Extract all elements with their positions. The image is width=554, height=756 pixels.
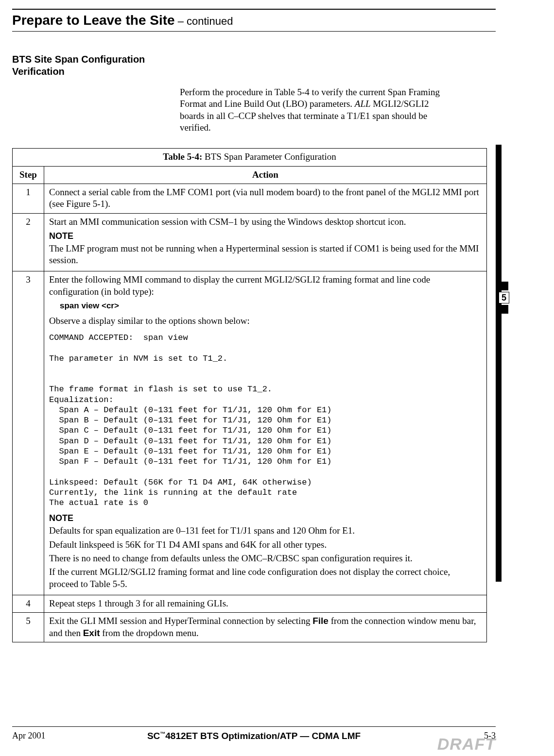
table-row: 3 Enter the following MMI command to dis… [13, 271, 487, 595]
col-header-step: Step [13, 166, 44, 184]
step-number: 3 [13, 271, 44, 595]
table-row: 2 Start an MMI communication session wit… [13, 213, 487, 271]
intro-paragraph: Perform the procedure in Table 5-4 to ve… [180, 86, 452, 134]
page-title: Prepare to Leave the Site – continued [12, 13, 496, 28]
step-action: Connect a serial cable from the LMF COM1… [44, 184, 487, 213]
menu-file-label: File [312, 616, 329, 626]
step-number: 5 [13, 613, 44, 642]
step-number: 1 [13, 184, 44, 213]
side-bar [496, 145, 502, 582]
procedure-table: Table 5-4: BTS Span Parameter Configurat… [12, 148, 487, 642]
step-number: 2 [13, 213, 44, 271]
note-label: NOTE [49, 513, 482, 524]
footer-date: Apr 2001 [12, 731, 70, 741]
trademark-icon: ™ [160, 731, 165, 737]
tab-square-icon [500, 305, 508, 314]
footer-doc-title: SC™4812ET BTS Optimization/ATP — CDMA LM… [70, 731, 437, 741]
title-continued: – continued [175, 15, 233, 27]
col-header-action: Action [44, 166, 487, 184]
table-caption: Table 5-4: BTS Span Parameter Configurat… [13, 149, 487, 166]
table-row: 4 Repeat steps 1 through 3 for all remai… [13, 595, 487, 613]
mmi-command: span view <cr> [60, 301, 482, 311]
table-row: 5 Exit the GLI MMI session and HyperTerm… [13, 613, 487, 642]
terminal-output: COMMAND ACCEPTED: span view The paramete… [49, 333, 482, 508]
step-action: Repeat steps 1 through 3 for all remaini… [44, 595, 487, 613]
page-footer: Apr 2001 SC™4812ET BTS Optimization/ATP … [12, 726, 496, 741]
tab-number: 5 [499, 292, 509, 303]
menu-exit-label: Exit [83, 628, 100, 638]
draft-watermark: DRAFT [437, 735, 496, 754]
table-row: 1 Connect a serial cable from the LMF CO… [13, 184, 487, 213]
step-action: Start an MMI communication session with … [44, 213, 487, 271]
step-action: Enter the following MMI command to displ… [44, 271, 487, 595]
tab-square-icon [500, 282, 508, 290]
chapter-tab: 5 [499, 282, 509, 314]
step-action: Exit the GLI MMI session and HyperTermin… [44, 613, 487, 642]
step-number: 4 [13, 595, 44, 613]
title-main: Prepare to Leave the Site [12, 13, 175, 28]
note-label: NOTE [49, 231, 482, 242]
section-heading: BTS Site Span Configuration Verification [12, 53, 163, 78]
